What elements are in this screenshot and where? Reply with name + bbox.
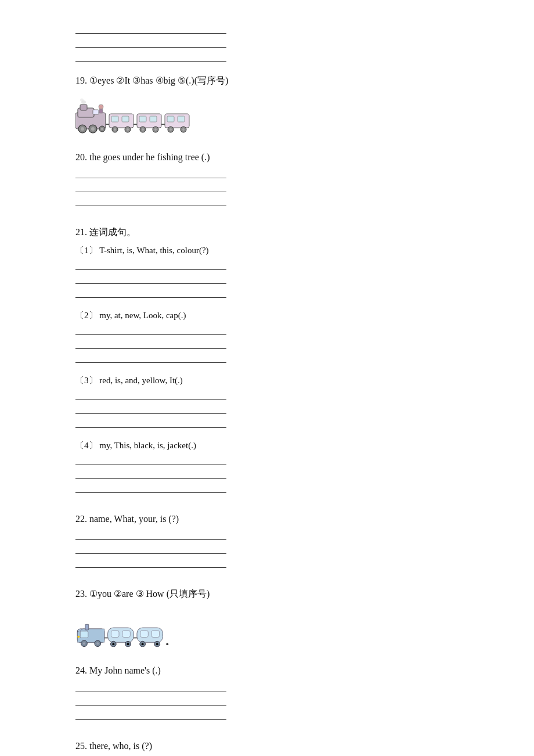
q21-title: 21. 连词成句。 — [75, 225, 459, 240]
q21-sub3-line-1 — [75, 390, 226, 400]
svg-point-63 — [166, 643, 168, 645]
q24-line-3 — [75, 710, 226, 720]
q21-label: 21. — [75, 227, 87, 237]
q25-text: 25. there, who, is (?) — [75, 739, 459, 754]
q21-sub4-label: 〔4〕 — [75, 441, 98, 450]
question-24: 24. My John name's (.) — [75, 663, 459, 730]
top-answer-line-1 — [75, 23, 226, 34]
q21-sub2-text: 〔2〕 my, at, new, Look, cap(.) — [75, 308, 459, 322]
q20-content: the goes under he fishing tree (.) — [89, 152, 210, 162]
svg-point-44 — [83, 642, 85, 645]
svg-point-35 — [182, 128, 185, 131]
svg-point-46 — [96, 642, 99, 645]
q21-sub2-label: 〔2〕 — [75, 311, 98, 320]
question-19: 19. ①eyes ②It ③has ④big ⑤(.)(写序号) — [75, 73, 459, 142]
q21-sub3-content: red, is, and, yellow, It(.) — [99, 376, 183, 385]
q21-sub2-lines — [75, 325, 459, 363]
svg-point-4 — [80, 98, 84, 101]
q21-sub1-line-1 — [75, 260, 226, 270]
svg-rect-58 — [151, 631, 160, 638]
steam-train-svg — [75, 96, 215, 134]
q21-sub4-line-2 — [75, 469, 226, 479]
q21-sub2-content: my, at, new, Look, cap(.) — [99, 311, 186, 320]
train-illustration-modern — [75, 606, 459, 647]
q22-line-1 — [75, 530, 226, 540]
q19-content: ①eyes ②It ③has ④big ⑤(.)(写序号) — [89, 75, 228, 85]
svg-point-11 — [101, 128, 103, 130]
svg-point-33 — [169, 128, 172, 131]
svg-point-27 — [154, 128, 157, 131]
q21-sub2: 〔2〕 my, at, new, Look, cap(.) — [75, 308, 459, 363]
q20-line-2 — [75, 182, 226, 192]
q22-text: 22. name, What, your, is (?) — [75, 512, 459, 527]
q21-sub3-line-2 — [75, 404, 226, 414]
svg-rect-40 — [80, 631, 88, 638]
q21-sub1-line-2 — [75, 273, 226, 284]
svg-point-36 — [99, 105, 103, 109]
q21-sub3-line-3 — [75, 417, 226, 428]
q21-sub1-line-3 — [75, 287, 226, 298]
modern-train-svg — [75, 612, 197, 647]
q21-sub1-label: 〔1〕 — [75, 246, 98, 255]
q21-sub3-text: 〔3〕 red, is, and, yellow, It(.) — [75, 373, 459, 387]
svg-rect-14 — [111, 116, 118, 122]
q24-lines — [75, 682, 459, 720]
q23-text: 23. ①you ②are ③ How (只填序号) — [75, 586, 459, 602]
q21-sub4-content: my, This, black, is, jacket(.) — [99, 441, 196, 450]
svg-rect-23 — [150, 116, 157, 122]
q21-sub3: 〔3〕 red, is, and, yellow, It(.) — [75, 373, 459, 428]
q21-sub2-line-1 — [75, 325, 226, 335]
q24-line-1 — [75, 682, 226, 692]
q22-content: name, What, your, is (?) — [89, 514, 179, 524]
svg-rect-22 — [139, 116, 146, 122]
svg-rect-2 — [80, 105, 87, 110]
svg-rect-57 — [140, 631, 149, 638]
q24-text: 24. My John name's (.) — [75, 663, 459, 678]
q21-sub1-content: T-shirt, is, What, this, colour(?) — [99, 246, 208, 255]
question-25: 25. there, who, is (?) — [75, 739, 459, 756]
q24-line-2 — [75, 696, 226, 706]
q19-label: 19. — [75, 75, 87, 85]
q24-label: 24. — [75, 665, 87, 675]
svg-point-19 — [127, 128, 129, 131]
q21-sub1-lines — [75, 260, 459, 298]
svg-rect-30 — [167, 116, 174, 122]
svg-point-54 — [127, 643, 129, 645]
svg-point-7 — [81, 127, 84, 131]
q21-sub3-lines — [75, 390, 459, 428]
q23-content: ①you ②are ③ How (只填序号) — [89, 589, 210, 599]
q20-label: 20. — [75, 152, 87, 162]
q19-text: 19. ①eyes ②It ③has ④big ⑤(.)(写序号) — [75, 73, 459, 88]
q22-line-3 — [75, 557, 226, 568]
top-lines-block — [75, 23, 459, 62]
q20-line-3 — [75, 196, 226, 206]
q21-sub1-text: 〔1〕 T-shirt, is, What, this, colour(?) — [75, 243, 459, 257]
question-21: 21. 连词成句。 〔1〕 T-shirt, is, What, this, c… — [75, 225, 459, 503]
svg-rect-42 — [85, 624, 89, 630]
top-answer-line-3 — [75, 51, 226, 62]
svg-point-25 — [142, 128, 144, 131]
train-illustration-steam — [75, 93, 459, 134]
q21-content: 连词成句。 — [89, 227, 136, 237]
q25-label: 25. — [75, 741, 87, 751]
q21-sub2-line-2 — [75, 339, 226, 349]
svg-rect-31 — [178, 116, 185, 122]
svg-rect-15 — [122, 116, 129, 122]
page-content: 19. ①eyes ②It ③has ④big ⑤(.)(写序号) — [75, 23, 459, 756]
q22-label: 22. — [75, 514, 87, 524]
q21-sub4-line-3 — [75, 483, 226, 493]
q21-sub4-text: 〔4〕 my, This, black, is, jacket(.) — [75, 438, 459, 452]
svg-rect-50 — [122, 631, 131, 638]
q23-label: 23. — [75, 589, 87, 599]
q21-sub3-label: 〔3〕 — [75, 376, 98, 385]
svg-point-9 — [91, 127, 95, 131]
svg-point-60 — [142, 643, 144, 645]
q24-content: My John name's (.) — [89, 665, 161, 675]
svg-point-52 — [112, 643, 114, 645]
svg-rect-37 — [99, 109, 103, 113]
q22-lines — [75, 530, 459, 568]
q21-sub1: 〔1〕 T-shirt, is, What, this, colour(?) — [75, 243, 459, 298]
question-22: 22. name, What, your, is (?) — [75, 512, 459, 579]
svg-point-41 — [77, 636, 80, 638]
q25-content: there, who, is (?) — [89, 741, 152, 751]
